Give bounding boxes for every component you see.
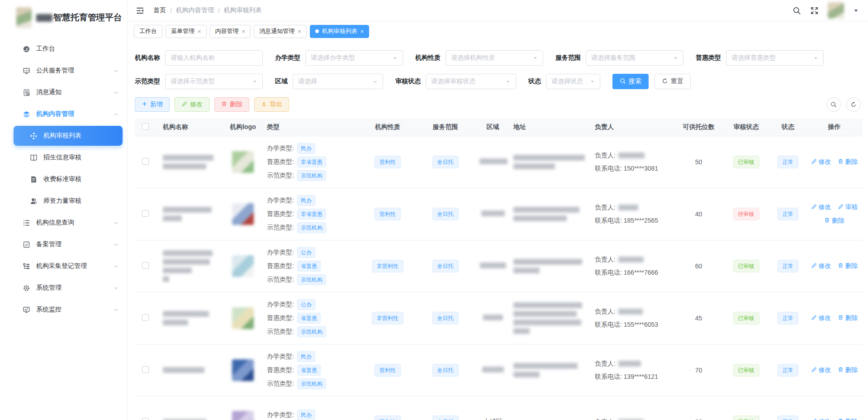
tab-org-audit-list[interactable]: 机构审核列表× xyxy=(310,25,370,38)
audit-action-link[interactable]: 审核 xyxy=(838,203,858,211)
blurred-text xyxy=(163,163,206,169)
sidebar-item-org-audit-list[interactable]: 机构审核列表 xyxy=(14,126,123,146)
close-tab-icon[interactable]: × xyxy=(198,29,201,34)
delete-action-link[interactable]: 删除 xyxy=(838,366,858,374)
row-checkbox[interactable] xyxy=(142,210,149,217)
show-search-button[interactable] xyxy=(826,97,841,112)
sidebar-item-system-mgmt[interactable]: 系统管理 xyxy=(0,277,127,299)
edit-icon xyxy=(181,101,187,108)
delete-action-link[interactable]: 删除 xyxy=(824,217,844,225)
org-logo-image xyxy=(232,307,254,329)
sidebar-item-org-info-query[interactable]: 机构信息查询 xyxy=(0,212,127,234)
sidebar-item-workbench[interactable]: 工作台 xyxy=(0,38,127,60)
sidebar-item-message-notice[interactable]: 消息通知 xyxy=(0,81,127,103)
placeholder-text: 请输入机构名称 xyxy=(171,54,215,62)
fullscreen-icon[interactable] xyxy=(810,6,819,15)
edit-action-link[interactable]: 修改 xyxy=(811,418,831,420)
type-line: 普惠类型:省普惠 xyxy=(267,311,357,325)
sidebar-item-system-monitor[interactable]: 系统监控 xyxy=(0,299,127,320)
sidebar-item-fee-audit[interactable]: 收费标准审核 xyxy=(0,168,127,190)
delete-action-link[interactable]: 删除 xyxy=(838,418,858,420)
tag-blue: 公办 xyxy=(297,299,315,310)
sidebar-item-public-service[interactable]: 公共服务管理 xyxy=(0,60,127,81)
sidebar-item-enroll-audit[interactable]: 招生信息审核 xyxy=(0,147,127,168)
caret-down-icon[interactable] xyxy=(853,8,859,14)
breadcrumb-home[interactable]: 首页 xyxy=(153,6,166,14)
row-checkbox[interactable] xyxy=(142,418,149,420)
delete-icon xyxy=(838,315,844,322)
demo-type-select[interactable]: 请选择示范类型 xyxy=(165,74,263,89)
tag-blue: 民办 xyxy=(297,143,315,154)
service-scope-select[interactable]: 请选择服务范围 xyxy=(586,50,683,66)
sidebar-item-filing-mgmt[interactable]: 备案管理 xyxy=(0,234,127,255)
manager-name-line: 负责人: xyxy=(595,150,671,160)
school-type-select[interactable]: 请选择办学类型 xyxy=(305,50,403,66)
reset-button[interactable]: 重置 xyxy=(655,74,691,89)
tag-blue: 全日托 xyxy=(432,156,459,168)
search-button[interactable]: 搜索 xyxy=(612,74,649,89)
type-line: 示范类型:示范机构 xyxy=(267,377,357,391)
manager-phone-line: 联系电话: 139****6121 xyxy=(595,372,671,382)
blurred-text xyxy=(163,267,192,273)
tag-blue: 民办 xyxy=(297,351,315,362)
delete-action-link[interactable]: 删除 xyxy=(838,314,858,322)
delete-icon xyxy=(221,101,227,108)
sidebar-item-teacher-audit[interactable]: 师资力量审核 xyxy=(0,190,127,212)
region-select[interactable]: 请选择 xyxy=(293,74,383,89)
placeholder-text: 请选择机构性质 xyxy=(451,54,495,62)
select-all-checkbox[interactable] xyxy=(142,123,149,130)
tag-blue: 营利性 xyxy=(375,208,401,220)
blurred-text-block xyxy=(163,250,219,282)
refresh-button[interactable] xyxy=(846,97,861,112)
blurred-text-block xyxy=(513,363,588,377)
avatar[interactable] xyxy=(828,2,844,19)
tab-content-mgmt[interactable]: 内容管理× xyxy=(210,25,251,38)
close-tab-icon[interactable]: × xyxy=(298,29,301,34)
row-checkbox[interactable] xyxy=(142,314,149,321)
table-row: 办学类型:民办普惠类型:非省普惠营利性全日托大城区负责人:30已审核正常修改删除 xyxy=(135,396,863,420)
org-nature-select[interactable]: 请选择机构性质 xyxy=(446,50,543,66)
delete-action-link[interactable]: 删除 xyxy=(838,158,858,166)
search-icon[interactable] xyxy=(792,6,801,15)
tag-success: 已审核 xyxy=(733,415,759,420)
cell-select xyxy=(135,188,159,240)
blurred-text xyxy=(163,320,188,325)
edit-action-link[interactable]: 修改 xyxy=(811,203,831,211)
edit-action-link[interactable]: 修改 xyxy=(811,158,831,166)
delete-button[interactable]: 删除 xyxy=(214,97,249,112)
chevron-down-icon xyxy=(113,220,119,226)
tab-menu-mgmt[interactable]: 菜单管理× xyxy=(166,25,207,38)
add-button[interactable]: 新增 xyxy=(135,97,170,112)
tab-label: 工作台 xyxy=(139,27,157,35)
sidebar-item-label: 备案管理 xyxy=(36,240,62,248)
logo-image xyxy=(16,7,32,28)
edit-button[interactable]: 修改 xyxy=(175,97,209,112)
delete-action-link[interactable]: 删除 xyxy=(838,262,858,270)
status-select[interactable]: 请选择状态 xyxy=(546,74,600,89)
tag-blue: 非省普惠 xyxy=(297,157,326,167)
cell-slots: 40 xyxy=(675,188,722,240)
close-tab-icon[interactable]: × xyxy=(360,29,364,34)
type-line: 办学类型:民办 xyxy=(267,408,357,420)
cell-audit-status: 已审核 xyxy=(722,240,770,292)
tab-message-notice-mgmt[interactable]: 消息通知管理× xyxy=(254,25,307,38)
close-tab-icon[interactable]: × xyxy=(242,29,246,34)
row-checkbox[interactable] xyxy=(142,158,149,165)
sidebar-item-org-collect-mgmt[interactable]: 机构采集登记管理 xyxy=(0,255,127,277)
sidebar-item-org-content-mgmt[interactable]: 机构内容管理 xyxy=(0,103,127,125)
export-button[interactable]: 导出 xyxy=(254,97,289,112)
collapse-menu-icon[interactable] xyxy=(136,6,144,15)
inclusive-type-select[interactable]: 请选择普惠类型 xyxy=(726,50,824,66)
audit-status-select[interactable]: 请选择审核状态 xyxy=(426,74,516,89)
book-icon xyxy=(30,154,38,162)
org-name-input[interactable]: 请输入机构名称 xyxy=(165,50,263,66)
row-checkbox[interactable] xyxy=(142,366,149,373)
edit-action-link[interactable]: 修改 xyxy=(811,314,831,322)
row-checkbox[interactable] xyxy=(142,262,149,269)
blurred-text xyxy=(480,262,506,268)
tab-workbench[interactable]: 工作台 xyxy=(134,25,162,38)
edit-action-link[interactable]: 修改 xyxy=(811,366,831,374)
type-line: 办学类型:公办 xyxy=(267,298,357,311)
edit-action-link[interactable]: 修改 xyxy=(811,262,831,270)
blurred-text xyxy=(481,210,505,216)
